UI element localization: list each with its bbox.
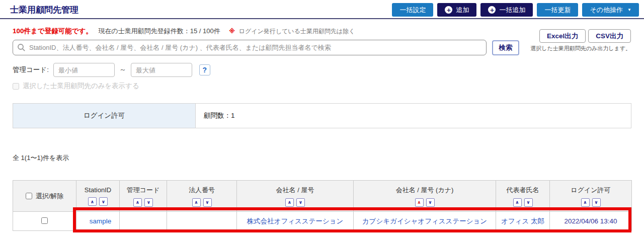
sort-asc-icon[interactable]: ∧ [88,197,97,206]
bulk-setting-label: 一括設定 [399,6,426,15]
select-all-label: 選択/解除 [36,192,64,201]
other-operations-button[interactable]: その他操作 ▼ [582,3,639,17]
result-count: 全 1(1〜1)件を表示 [13,153,69,163]
sort-asc-icon[interactable]: ∧ [133,198,142,207]
sort-desc-icon[interactable]: ∨ [426,198,435,207]
company-kana-cell[interactable]: カブシキガイシャオフィスステーション [354,212,496,231]
select-all-checkbox[interactable] [26,193,32,199]
exclude-note: ログイン発行している士業用顧問先は除く [239,28,355,35]
asterisk-icon: ※ [229,28,235,35]
export-block: Excel出力 CSV出力 選択した士業用顧問先のみ出力します。 [530,29,631,52]
registration-notice: 100件まで登録可能です。 現在の士業用顧問先登録件数：15 / 100件 ※ … [13,27,355,36]
station-id-cell[interactable]: sample [76,212,120,231]
sort-desc-icon[interactable]: ∨ [524,198,533,207]
search-button[interactable]: 検索 [492,40,519,55]
representative-cell[interactable]: オフィス 太郎 [496,212,550,231]
column-header-admin-code: 管理コード ∧ ∨ [120,181,167,212]
select-all-header: 選択/解除 [13,181,76,212]
sort-desc-icon[interactable]: ∨ [203,198,212,207]
registration-count-text: 現在の士業用顧問先登録件数：15 / 100件 [98,27,220,35]
summary-band: ログイン許可 顧問数：1 [13,103,631,128]
bulk-update-label: 一括更新 [544,6,571,15]
bulk-setting-button[interactable]: 一括設定 [392,3,433,17]
company-name-cell[interactable]: 株式会社オフィスステーション [237,212,354,231]
corporate-number-cell [167,212,237,231]
sort-asc-icon-active[interactable]: ∧ [415,198,424,207]
show-selected-checkbox[interactable] [13,83,19,90]
row-checkbox[interactable] [41,217,48,224]
add-label: 追加 [456,6,469,15]
header-buttons: 一括設定 ＋ 追加 ＋ 一括追加 一括更新 その他操作 ▼ [392,3,639,17]
sort-desc-icon[interactable]: ∨ [144,198,153,207]
bulk-add-button[interactable]: ＋ 一括追加 [480,3,533,17]
column-header-stationid: StationID ∧ ∨ [76,181,120,212]
column-header-company-name: 会社名 / 屋号 ∧ ∨ [237,181,354,212]
other-operations-label: その他操作 [590,6,623,15]
sort-asc-icon[interactable]: ∧ [581,198,590,207]
table-row: sample 株式会社オフィスステーション カブシキガイシャオフィスステーション… [13,212,632,231]
column-header-login-permit: ログイン許可 ∧ ∨ [550,181,632,212]
caret-down-icon: ▼ [627,8,631,12]
page-header: 士業用顧問先管理 一括設定 ＋ 追加 ＋ 一括追加 一括更新 その他操作 ▼ [0,0,644,19]
admin-code-cell [120,212,167,231]
sort-asc-icon[interactable]: ∧ [192,198,201,207]
column-header-company-kana: 会社名 / 屋号 (カナ) ∧ ∨ [354,181,496,212]
admin-code-max-input[interactable] [131,63,192,77]
row-select-cell [13,212,76,231]
csv-export-button[interactable]: CSV出力 [588,29,631,43]
column-header-corporate-number: 法人番号 ∧ ∨ [167,181,237,212]
export-note: 選択した士業用顧問先のみ出力します。 [530,45,631,52]
admin-code-min-input[interactable] [53,63,115,77]
add-button[interactable]: ＋ 追加 [437,3,476,17]
search-input[interactable] [13,40,487,55]
help-icon[interactable]: ? [199,64,210,75]
admin-code-filter: 管理コード: ～ ? [13,63,210,77]
sort-desc-icon[interactable]: ∨ [296,198,305,207]
tilde-separator: ～ [119,65,126,74]
bulk-add-label: 一括追加 [499,6,525,15]
page: 士業用顧問先管理 一括設定 ＋ 追加 ＋ 一括追加 一括更新 その他操作 ▼ 1… [0,0,644,237]
login-permit-band-label: ログイン許可 [13,104,196,128]
plus-icon: ＋ [445,6,452,14]
column-header-representative: 代表者氏名 ∧ ∨ [496,181,550,212]
sort-asc-icon[interactable]: ∧ [513,198,522,207]
excel-export-button[interactable]: Excel出力 [539,29,586,43]
admin-code-label: 管理コード: [13,65,49,74]
limit-text: 100件まで登録可能です。 [13,27,93,35]
login-permit-cell: 2022/04/06 13:40 [550,212,632,231]
show-selected-label: 選択した士業用顧問先のみを表示する [23,82,139,91]
page-title: 士業用顧問先管理 [10,4,78,16]
table-header-row: 選択/解除 StationID ∧ ∨ 管理コード ∧ ∨ [13,181,632,212]
advisor-count-label: 顧問数：1 [196,104,631,128]
bulk-update-button[interactable]: 一括更新 [537,3,578,17]
search-box [13,40,487,55]
plus-icon: ＋ [488,6,496,14]
sort-desc-icon[interactable]: ∨ [99,197,108,206]
search-icon [17,43,26,52]
sort-desc-icon[interactable]: ∨ [592,198,601,207]
sort-asc-icon[interactable]: ∧ [285,198,294,207]
show-selected-only: 選択した士業用顧問先のみを表示する [13,82,139,91]
client-table: 選択/解除 StationID ∧ ∨ 管理コード ∧ ∨ [13,180,632,231]
